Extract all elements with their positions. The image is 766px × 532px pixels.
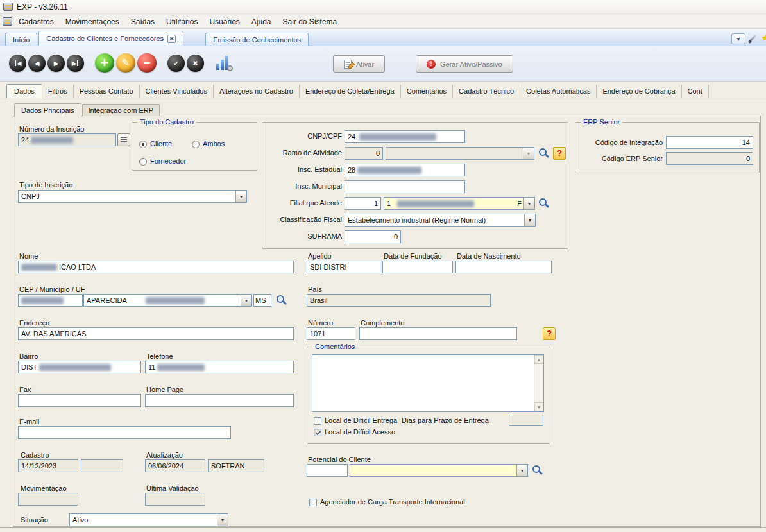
tab-contatos[interactable]: Cont — [682, 85, 709, 98]
cadastro-extra-field[interactable] — [81, 459, 123, 472]
ramo-search-icon[interactable] — [539, 148, 549, 159]
prazo-entrega-field[interactable] — [509, 415, 543, 426]
apelido-field[interactable] — [307, 261, 380, 273]
atualizacao-usuario-field[interactable] — [208, 459, 264, 472]
scroll-down-icon[interactable]: ▼ — [534, 402, 543, 411]
filial-search-icon[interactable] — [539, 198, 549, 209]
add-record-button[interactable]: + — [95, 53, 114, 73]
gerar-ativo-passivo-button[interactable]: ! Gerar Ativo/Passivo — [416, 55, 513, 73]
municipio-dropdown-icon[interactable]: ▼ — [241, 295, 251, 306]
ramo-combo[interactable]: ▼ — [386, 147, 534, 160]
pais-field[interactable] — [307, 294, 491, 307]
tipo-inscricao-combo[interactable]: CNPJ ▼ — [18, 190, 247, 203]
menu-utilitarios[interactable]: Utilitários — [161, 16, 203, 28]
filial-dropdown-icon[interactable]: ▼ — [523, 198, 534, 209]
agenciador-checkbox[interactable] — [309, 499, 317, 506]
menu-usuarios[interactable]: Usuários — [204, 16, 244, 28]
movimentacao-field[interactable] — [18, 493, 78, 506]
complemento-help-button[interactable]: ? — [543, 327, 556, 340]
dificil-acesso-checkbox[interactable] — [314, 429, 321, 436]
nav-next-button[interactable]: ▶ — [47, 55, 65, 72]
filial-code-field[interactable] — [345, 197, 381, 210]
codigo-erp-senior-field[interactable] — [666, 152, 753, 165]
telefone-field[interactable]: 11 — [145, 361, 294, 373]
doc-tab-cadastro-clientes[interactable]: Cadastro de Clientes e Fornecedores ✖ — [38, 31, 183, 46]
radio-cliente[interactable] — [139, 141, 147, 148]
nav-first-button[interactable]: ◀ — [9, 55, 26, 72]
codigo-integracao-field[interactable] — [666, 136, 753, 149]
potencial-code-field[interactable] — [307, 464, 348, 477]
dificil-entrega-label[interactable]: Local de Difícil Entrega — [325, 416, 397, 424]
cancel-button[interactable]: ✖ — [187, 55, 204, 72]
bairro-field[interactable]: DIST — [18, 361, 141, 373]
edit-record-button[interactable]: ✎ — [116, 53, 135, 73]
endereco-field[interactable] — [18, 327, 294, 340]
situacao-combo[interactable]: Ativo ▼ — [69, 513, 228, 526]
situacao-dropdown-icon[interactable]: ▼ — [217, 514, 228, 526]
insc-estadual-field[interactable]: 28 — [345, 164, 465, 176]
comentarios-textarea[interactable]: ▲ ▼ — [312, 354, 544, 412]
atualizacao-data-field[interactable] — [145, 459, 205, 472]
menu-saidas[interactable]: Saídas — [126, 16, 160, 28]
ramo-help-button[interactable]: ? — [553, 147, 566, 160]
radio-ambos[interactable] — [192, 141, 200, 148]
insc-municipal-field[interactable] — [345, 180, 465, 193]
radio-fornecedor[interactable] — [139, 158, 147, 166]
agenciador-label[interactable]: Agenciador de Carga Transporte Internaci… — [320, 498, 465, 506]
data-fundacao-field[interactable] — [382, 261, 453, 273]
suframa-field[interactable] — [345, 230, 401, 243]
favorite-star-icon[interactable]: ★ — [761, 32, 766, 44]
tipo-inscricao-dropdown-icon[interactable]: ▼ — [235, 191, 246, 202]
fax-field[interactable] — [18, 394, 141, 407]
subtab-integracao-erp[interactable]: Integração com ERP — [82, 104, 160, 116]
ultima-validacao-field[interactable] — [145, 493, 205, 506]
ramo-code-field[interactable] — [345, 147, 383, 160]
tab-filtros[interactable]: Filtros — [42, 85, 74, 98]
complemento-field[interactable] — [359, 327, 517, 340]
menu-ajuda[interactable]: Ajuda — [246, 16, 277, 28]
tab-coletas-automaticas[interactable]: Coletas Automáticas — [520, 85, 597, 98]
potencial-combo[interactable]: ▼ — [350, 464, 528, 477]
uf-field[interactable] — [253, 294, 271, 307]
pen-tool-icon[interactable] — [748, 33, 758, 44]
ativar-button[interactable]: Ativar — [333, 55, 385, 73]
menu-sair-do-sistema[interactable]: Sair do Sistema — [278, 16, 343, 28]
tab-cadastro-tecnico[interactable]: Cadastro Técnico — [453, 85, 520, 98]
email-field[interactable] — [18, 426, 231, 439]
classificacao-dropdown-icon[interactable]: ▼ — [524, 214, 535, 226]
delete-record-button[interactable]: − — [137, 53, 157, 73]
nome-field[interactable]: ICAO LTDA — [18, 261, 294, 273]
subtab-dados-principais[interactable]: Dados Principais — [14, 103, 81, 117]
chart-report-button[interactable] — [215, 55, 233, 71]
potencial-dropdown-icon[interactable]: ▼ — [516, 465, 527, 476]
municipio-combo[interactable]: APARECIDA ▼ — [83, 294, 252, 307]
tab-dados[interactable]: Dados — [6, 84, 42, 98]
nav-prev-button[interactable]: ◀ — [28, 55, 46, 72]
cep-field[interactable] — [18, 294, 83, 307]
radio-cliente-label[interactable]: Cliente — [150, 140, 172, 148]
radio-ambos-label[interactable]: Ambos — [203, 140, 225, 148]
tab-list-chevron-button[interactable]: ▾ — [731, 33, 745, 44]
tab-comentarios[interactable]: Comentários — [401, 85, 453, 98]
doc-tab-emissao-conhecimentos[interactable]: Emissão de Conhecimentos — [205, 33, 309, 46]
cadastro-data-field[interactable] — [18, 459, 78, 472]
ramo-dropdown-icon[interactable]: ▼ — [523, 148, 534, 159]
filial-combo[interactable]: 1 F ▼ — [384, 197, 535, 210]
menu-cadastros[interactable]: Cadastros — [13, 16, 59, 28]
doc-tab-inicio[interactable]: Início — [5, 33, 37, 46]
menu-movimentacoes[interactable]: Movimentações — [60, 16, 124, 28]
potencial-search-icon[interactable] — [532, 465, 543, 476]
numero-inscricao-field[interactable]: 24 — [18, 133, 116, 146]
close-tab-icon[interactable]: ✖ — [167, 35, 176, 43]
dificil-entrega-checkbox[interactable] — [314, 417, 321, 425]
classificacao-fiscal-combo[interactable]: Estabelecimento industrial (Regime Norma… — [345, 214, 536, 227]
scroll-up-icon[interactable]: ▲ — [534, 355, 543, 364]
inscricao-list-button[interactable] — [117, 133, 130, 146]
data-nascimento-field[interactable] — [455, 261, 552, 273]
dificil-acesso-label[interactable]: Local de Difícil Acesso — [325, 428, 395, 436]
nav-last-button[interactable]: ▶ — [67, 55, 84, 72]
cnpj-field[interactable]: 24. — [345, 130, 465, 143]
confirm-button[interactable]: ✔ — [167, 55, 185, 72]
tab-pessoas-contato[interactable]: Pessoas Contato — [74, 85, 140, 98]
tab-clientes-vinculados[interactable]: Clientes Vinculados — [140, 85, 214, 98]
